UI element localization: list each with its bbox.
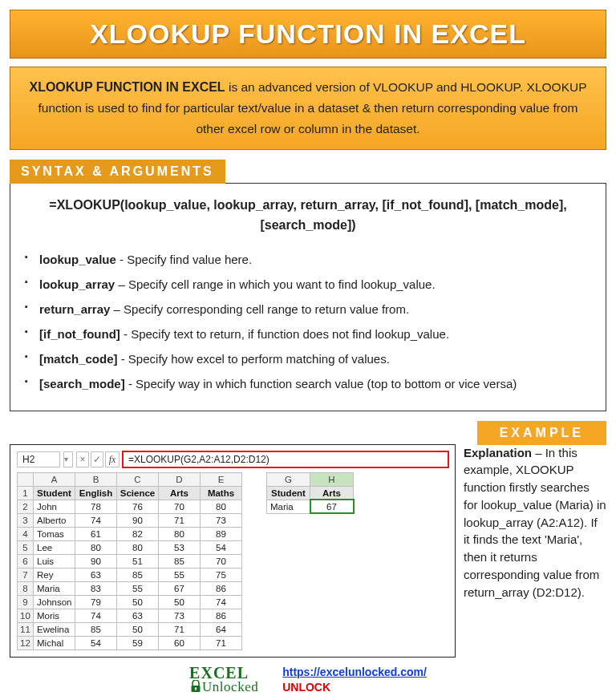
- table-cell: 74: [201, 595, 242, 609]
- table-cell: 70: [201, 554, 242, 568]
- argument-item: [search_mode] - Specify way in which fun…: [25, 371, 591, 396]
- table-cell: 64: [201, 622, 242, 636]
- table-cell: 83: [75, 581, 117, 595]
- table-cell: 61: [75, 527, 117, 540]
- table-cell: 90: [117, 513, 159, 527]
- argument-desc: – Specify corresponding cell range to re…: [110, 302, 409, 316]
- explanation-text: – In this example, XLOOKUP function firs…: [464, 446, 606, 599]
- table-cell: 73: [159, 609, 201, 622]
- excel-screenshot: H2 ▾ × ✓ fx =XLOOKUP(G2,A2:A12,D2:D12) A…: [10, 444, 456, 658]
- footer-tagline: UNLOCK: [282, 680, 427, 696]
- argument-name: [match_code]: [39, 352, 118, 366]
- table-cell: 51: [117, 554, 159, 568]
- table-cell: 63: [117, 609, 159, 622]
- table-cell: 80: [117, 540, 159, 554]
- column-letter: G: [267, 472, 310, 486]
- svg-rect-2: [195, 689, 196, 690]
- table-header-cell: English: [75, 486, 117, 500]
- argument-name: [if_not_found]: [39, 327, 120, 341]
- table-cell: John: [34, 500, 75, 513]
- name-box-dropdown-icon: ▾: [63, 451, 73, 467]
- formula-text: =XLOOKUP(G2,A2:A12,D2:D12): [128, 453, 270, 466]
- table-cell: 59: [117, 636, 159, 649]
- argument-name: [search_mode]: [39, 377, 125, 390]
- table-cell: 75: [201, 568, 242, 581]
- table-cell: 80: [75, 540, 117, 554]
- argument-item: lookup_value - Specify find value here.: [25, 247, 591, 272]
- table-header-cell: Arts: [310, 486, 354, 500]
- formula-bar-icons: × ✓ fx: [76, 451, 120, 467]
- formula-bar: H2 ▾ × ✓ fx =XLOOKUP(G2,A2:A12,D2:D12): [17, 451, 448, 467]
- lookup-result-table: GHStudentArtsMaria67: [266, 472, 354, 514]
- table-cell: 80: [201, 500, 242, 513]
- table-cell: 70: [159, 500, 201, 513]
- argument-item: lookup_array – Specify cell range in whi…: [25, 272, 591, 297]
- table-cell: 53: [159, 540, 201, 554]
- table-cell: 55: [159, 568, 201, 581]
- table-cell: 89: [201, 527, 242, 540]
- table-cell: 54: [75, 636, 117, 649]
- argument-desc: – Specify cell range in which you want t…: [115, 277, 435, 291]
- table-cell: 74: [75, 609, 117, 622]
- formula-input: =XLOOKUP(G2,A2:A12,D2:D12): [123, 451, 448, 467]
- argument-item: [if_not_found] - Specify text to return,…: [25, 322, 591, 346]
- table-cell: Ewelina: [34, 622, 75, 636]
- row-number: 2: [18, 500, 34, 513]
- table-cell: 82: [117, 527, 159, 540]
- row-number: 9: [18, 595, 34, 609]
- logo: EXCEL Unlocked: [189, 664, 258, 696]
- column-letter: A: [34, 472, 75, 486]
- table-cell: 76: [117, 500, 159, 513]
- intro-box: XLOOKUP FUNCTION IN EXCEL is an advanced…: [10, 67, 606, 150]
- table-cell: 55: [117, 581, 159, 595]
- row-number: 6: [18, 554, 34, 568]
- row-number: 4: [18, 527, 34, 540]
- arguments-list: lookup_value - Specify find value here.l…: [25, 247, 591, 396]
- table-cell: 74: [75, 513, 117, 527]
- table-cell: 78: [75, 500, 117, 513]
- fx-icon: fx: [105, 451, 120, 467]
- selected-cell: 67: [310, 500, 354, 513]
- table-cell: 86: [201, 609, 242, 622]
- table-header-cell: Arts: [159, 486, 201, 500]
- table-cell: 90: [75, 554, 117, 568]
- table-cell: Tomas: [34, 527, 75, 540]
- table-cell: Moris: [34, 609, 75, 622]
- table-header-cell: Student: [267, 486, 310, 500]
- footer-link-block: https://excelunlocked.com/ UNLOCK: [282, 665, 427, 696]
- table-cell: Luis: [34, 554, 75, 568]
- table-cell: 71: [201, 636, 242, 649]
- argument-name: return_array: [39, 302, 110, 316]
- table-cell: Alberto: [34, 513, 75, 527]
- table-cell: Maria: [34, 581, 75, 595]
- footer-link[interactable]: https://excelunlocked.com/: [282, 666, 427, 678]
- column-letter: H: [310, 472, 354, 486]
- row-number: 12: [18, 636, 34, 649]
- argument-item: return_array – Specify corresponding cel…: [25, 297, 591, 322]
- table-header-cell: Science: [117, 486, 159, 500]
- example-explanation: Explanation – In this example, XLOOKUP f…: [464, 444, 606, 658]
- page-title: XLOOKUP FUNCTION IN EXCEL: [10, 18, 606, 50]
- row-number: 8: [18, 581, 34, 595]
- table-cell: Rey: [34, 568, 75, 581]
- table-cell: 85: [75, 622, 117, 636]
- table-cell: 71: [159, 622, 201, 636]
- table-cell: 85: [159, 554, 201, 568]
- table-cell: 50: [117, 622, 159, 636]
- table-cell: 73: [201, 513, 242, 527]
- footer: EXCEL Unlocked https://excelunlocked.com…: [6, 664, 610, 696]
- argument-desc: - Specify find value here.: [116, 253, 252, 266]
- padlock-icon: [190, 680, 201, 696]
- table-cell: 50: [159, 595, 201, 609]
- argument-name: lookup_value: [39, 253, 116, 266]
- row-number: 11: [18, 622, 34, 636]
- table-cell: Johnson: [34, 595, 75, 609]
- main-data-table: ABCDE1StudentEnglishScienceArtsMaths2Joh…: [17, 472, 242, 650]
- row-number: 10: [18, 609, 34, 622]
- logo-bottom-word: Unlocked: [202, 679, 258, 694]
- example-section-tab: EXAMPLE: [477, 421, 606, 445]
- table-cell: 86: [201, 581, 242, 595]
- explanation-label: Explanation: [464, 446, 532, 459]
- row-number: 3: [18, 513, 34, 527]
- cancel-x-icon: ×: [76, 451, 89, 467]
